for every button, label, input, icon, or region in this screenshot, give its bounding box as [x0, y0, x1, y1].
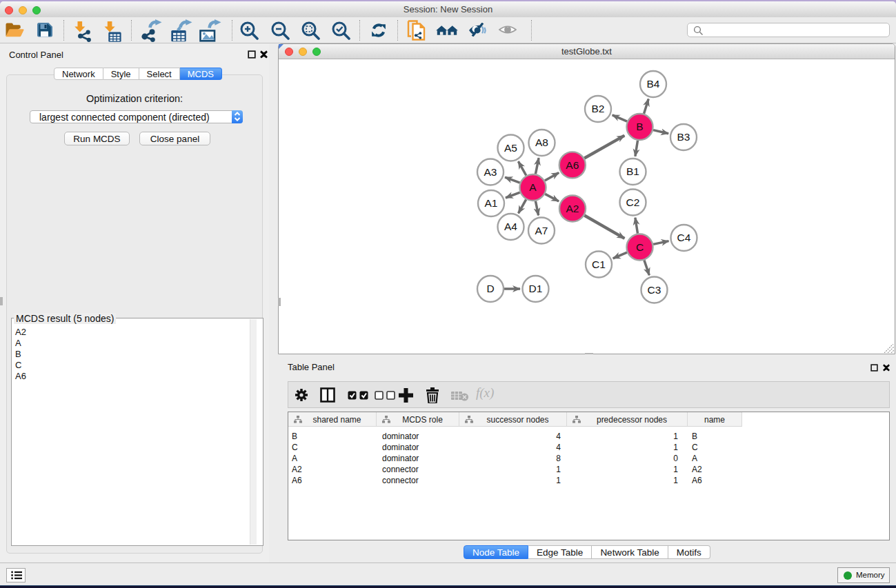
svg-text:C3: C3 — [648, 284, 661, 296]
svg-text:B3: B3 — [677, 131, 690, 143]
svg-text:C4: C4 — [677, 232, 691, 243]
svg-text:C2: C2 — [626, 196, 640, 208]
svg-text:D: D — [486, 283, 494, 294]
svg-text:C1: C1 — [592, 258, 606, 270]
svg-text:A2: A2 — [566, 203, 579, 214]
svg-text:A: A — [529, 181, 537, 193]
svg-text:A5: A5 — [504, 142, 517, 154]
svg-text:C: C — [636, 241, 644, 253]
svg-text:A3: A3 — [484, 166, 497, 178]
svg-text:A4: A4 — [504, 221, 517, 232]
svg-text:B1: B1 — [626, 165, 639, 177]
svg-text:A6: A6 — [566, 159, 579, 171]
svg-text:B: B — [636, 121, 643, 132]
svg-text:A1: A1 — [485, 197, 498, 209]
svg-text:D1: D1 — [529, 283, 543, 294]
svg-text:A7: A7 — [535, 225, 548, 236]
svg-text:A8: A8 — [535, 136, 548, 148]
svg-text:B4: B4 — [647, 78, 660, 90]
svg-text:B2: B2 — [592, 103, 605, 114]
